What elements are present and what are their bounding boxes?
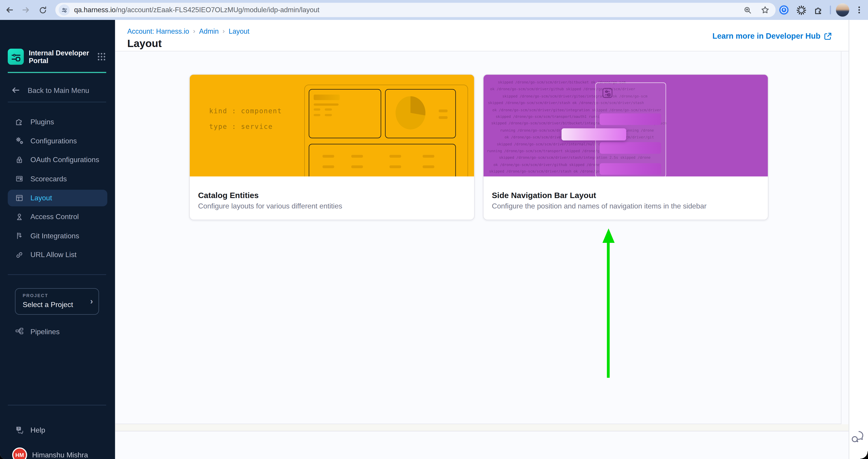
gears-icon [15, 136, 24, 145]
user-menu[interactable]: HM Himanshu Mishra [8, 446, 107, 459]
sidebar-item-pipelines[interactable]: Pipelines [8, 323, 107, 339]
browser-menu-kebab-icon[interactable] [853, 4, 865, 16]
product-title: Internal Developer Portal [29, 49, 92, 64]
sidebar-item-oauth-configurations[interactable]: OAuth Configurations [8, 152, 107, 168]
catalog-entities-card[interactable]: kind : component type : service [189, 74, 475, 220]
module-grid-icon[interactable] [95, 51, 107, 63]
reload-icon [38, 6, 47, 14]
chat-widget-button[interactable] [850, 430, 865, 444]
browser-forward-button[interactable] [20, 3, 33, 17]
scorecard-icon [15, 174, 24, 183]
lock-icon [15, 155, 24, 164]
chevron-right-icon: › [193, 27, 195, 35]
mock-nav-pill [600, 163, 661, 175]
browser-profile-avatar[interactable] [836, 3, 849, 17]
sidebar-item-label: Pipelines [31, 327, 60, 335]
annotation-arrow-head [602, 228, 615, 243]
svg-text:?: ? [18, 427, 20, 430]
back-to-main-menu[interactable]: Back to Main Menu [11, 84, 106, 97]
sidebar-item-label: Access Control [31, 212, 79, 221]
toolbar-divider [830, 5, 831, 14]
breadcrumb-layout[interactable]: Layout [229, 28, 249, 35]
learn-more-label: Learn more in Developer Hub [712, 31, 820, 40]
catalog-entities-illustration: kind : component type : service [190, 75, 474, 176]
page-bottom-area [115, 431, 849, 459]
sidebar-item-access-control[interactable]: Access Control [8, 208, 107, 225]
sidebar: Internal Developer Portal Back to Main M… [0, 20, 115, 459]
user-name: Himanshu Mishra [32, 450, 88, 459]
sidebar-item-layout[interactable]: Layout [8, 190, 107, 206]
sidebar-item-git-integrations[interactable]: Git Integrations [8, 227, 107, 244]
spinner-extension-icon[interactable] [795, 4, 807, 16]
mock-nav-pill [600, 142, 661, 154]
url-domain: qa.harness.io [74, 6, 116, 14]
sidebar-item-label: Git Integrations [31, 232, 80, 240]
scrollbar-track[interactable] [841, 51, 849, 431]
teal-divider [8, 72, 106, 73]
chevron-right-icon: › [90, 296, 93, 306]
side-nav-layout-card[interactable]: skipped /drone/go-scm/scm/driver/bitbuck… [483, 74, 769, 220]
sidebar-nav: Plugins Configurations OAuth Configurati… [8, 113, 107, 265]
mock-dragged-pill [562, 128, 626, 141]
user-avatar: HM [12, 447, 27, 459]
onepassword-extension-icon[interactable] [778, 4, 790, 16]
browser-toolbar: qa.harness.io/ng/account/zEaak-FLS425IEO… [0, 0, 868, 20]
sidebar-item-scorecards[interactable]: Scorecards [8, 170, 107, 187]
layout-icon [15, 193, 24, 202]
extensions-puzzle-icon[interactable] [812, 4, 824, 16]
page-header: Account: Harness.io › Admin › Layout Lay… [115, 20, 849, 51]
pipelines-icon [15, 327, 24, 336]
code-line: type : service [209, 123, 273, 130]
sidebar-item-plugins[interactable]: Plugins [8, 113, 107, 130]
browser-back-button[interactable] [3, 3, 16, 17]
breadcrumb-account[interactable]: Account: Harness.io [127, 28, 189, 35]
browser-reload-button[interactable] [36, 3, 49, 17]
learn-more-link[interactable]: Learn more in Developer Hub [712, 31, 832, 40]
url-path: /ng/account/zEaak-FLS425IEO7OLzMUg/modul… [116, 6, 319, 14]
help-label: Help [31, 426, 45, 434]
help-chat-icon: ? [15, 425, 24, 434]
card-description: Configure the position and names of navi… [492, 202, 707, 210]
sidebar-divider [8, 405, 106, 405]
url-bar[interactable]: qa.harness.io/ng/account/zEaak-FLS425IEO… [55, 3, 776, 17]
card-title: Side Navigation Bar Layout [492, 191, 596, 200]
sidebar-item-label: Configurations [31, 137, 77, 145]
forward-arrow-icon [22, 5, 30, 14]
sidebar-item-label: Plugins [31, 118, 54, 126]
breadcrumb-admin[interactable]: Admin [199, 28, 219, 35]
mock-panel-pie [385, 89, 456, 138]
mock-panel-text [309, 89, 381, 138]
sidebar-item-configurations[interactable]: Configurations [8, 132, 107, 149]
mock-nav-pill [600, 113, 661, 125]
mock-logo-icon [601, 87, 614, 99]
chat-bubbles-icon [850, 430, 865, 444]
pie-chart-shape [396, 96, 425, 130]
breadcrumb: Account: Harness.io › Admin › Layout [127, 28, 249, 35]
back-to-main-menu-label: Back to Main Menu [28, 86, 89, 94]
project-label: PROJECT [23, 293, 48, 298]
sidebar-divider [8, 102, 106, 102]
code-line: kind : component [209, 107, 282, 115]
back-arrow-icon [11, 86, 20, 95]
sidebar-item-label: Layout [31, 194, 52, 202]
right-margin [848, 20, 868, 459]
annotation-arrow-stem [607, 242, 610, 378]
zoom-page-icon[interactable] [741, 4, 753, 16]
sidebar-divider [8, 274, 106, 275]
link-icon [15, 250, 24, 259]
card-description: Configure layouts for various different … [198, 202, 342, 210]
chevron-right-icon: › [222, 27, 225, 35]
person-icon [15, 212, 24, 221]
project-value: Select a Project [23, 300, 73, 308]
site-info-icon[interactable] [59, 4, 70, 15]
page-footer-strip [115, 424, 849, 431]
sidebar-item-help[interactable]: ? Help [8, 422, 107, 438]
bookmark-star-icon[interactable] [759, 4, 771, 16]
browser-window: qa.harness.io/ng/account/zEaak-FLS425IEO… [0, 0, 868, 459]
project-selector[interactable]: PROJECT Select a Project › [15, 288, 99, 315]
sidebar-item-label: URL Allow List [31, 251, 77, 259]
page-title: Layout [127, 37, 162, 50]
external-link-icon [824, 32, 832, 40]
puzzle-icon [15, 117, 24, 126]
sidebar-item-url-allow-list[interactable]: URL Allow List [8, 247, 107, 263]
